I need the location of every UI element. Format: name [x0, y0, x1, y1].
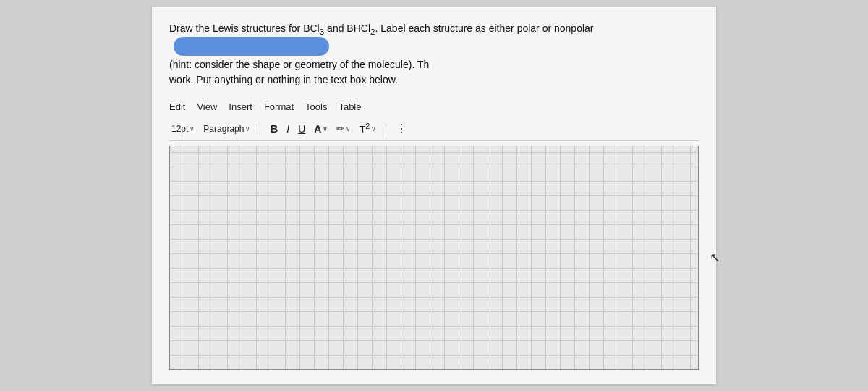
- paragraph-style-selector[interactable]: Paragraph ∨: [201, 123, 252, 135]
- editor-wrapper: ↖: [169, 146, 699, 370]
- separator-1: [260, 122, 260, 135]
- font-color-label: A: [314, 123, 321, 135]
- font-size-selector[interactable]: 12pt ∨: [169, 123, 197, 135]
- toolbar: 12pt ∨ Paragraph ∨ B I U A ∨ ✏ ∨ T2 ∨ ⋮: [169, 121, 699, 141]
- redacted-highlight: [174, 37, 329, 56]
- font-color-chevron: ∨: [323, 125, 328, 133]
- question-line1: Draw the Lewis structures for BCl3 and B…: [169, 22, 593, 34]
- main-container: Draw the Lewis structures for BCl3 and B…: [152, 7, 716, 384]
- highlight-color-button[interactable]: ✏ ∨: [334, 122, 353, 135]
- pencil-icon: ✏: [336, 123, 344, 134]
- font-size-chevron: ∨: [190, 125, 195, 133]
- highlight-chevron: ∨: [346, 125, 351, 133]
- menu-bar: Edit View Insert Format Tools Table: [169, 101, 699, 115]
- font-color-button[interactable]: A ∨: [312, 122, 330, 135]
- menu-format[interactable]: Format: [264, 101, 294, 112]
- font-size-value: 12pt: [171, 124, 188, 134]
- question-line2: (hint: consider the shape or geometry of…: [169, 59, 429, 70]
- separator-2: [386, 122, 386, 135]
- superscript-chevron: ∨: [371, 125, 376, 133]
- italic-button[interactable]: I: [284, 122, 292, 135]
- underline-button[interactable]: U: [296, 122, 307, 135]
- superscript-label: T2: [359, 122, 370, 135]
- question-text: Draw the Lewis structures for BCl3 and B…: [169, 21, 699, 88]
- cursor-arrow: ↖: [710, 250, 720, 266]
- menu-table[interactable]: Table: [339, 101, 361, 112]
- superscript-button[interactable]: T2 ∨: [357, 121, 378, 135]
- more-options-button[interactable]: ⋮: [393, 121, 410, 136]
- menu-view[interactable]: View: [197, 101, 217, 112]
- menu-tools[interactable]: Tools: [305, 101, 327, 112]
- bold-button[interactable]: B: [268, 122, 280, 135]
- text-editor[interactable]: [169, 146, 699, 370]
- menu-insert[interactable]: Insert: [229, 101, 252, 112]
- paragraph-style-value: Paragraph: [203, 124, 244, 134]
- menu-edit[interactable]: Edit: [169, 101, 185, 112]
- question-line3: work. Put anything or nothing in the tex…: [169, 74, 398, 85]
- paragraph-chevron: ∨: [245, 125, 250, 133]
